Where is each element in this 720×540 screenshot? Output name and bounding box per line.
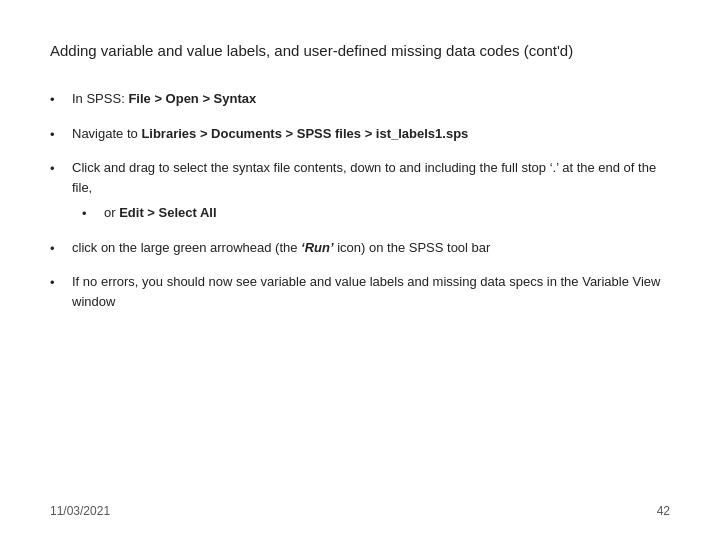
bold-text: File > Open > Syntax xyxy=(128,91,256,106)
bullet-content: Click and drag to select the syntax file… xyxy=(72,158,670,224)
bullet-dot: • xyxy=(82,204,98,224)
list-item: • click on the large green arrowhead (th… xyxy=(50,238,670,259)
sub-bullet-content: or Edit > Select All xyxy=(104,203,217,223)
bullet-content: In SPSS: File > Open > Syntax xyxy=(72,89,670,109)
sub-bullet-list: • or Edit > Select All xyxy=(82,203,670,224)
list-item: • or Edit > Select All xyxy=(82,203,670,224)
bold-text: Libraries > Documents > SPSS files > ist… xyxy=(141,126,468,141)
bullet-dot: • xyxy=(50,239,66,259)
slide: Adding variable and value labels, and us… xyxy=(0,0,720,540)
footer-page: 42 xyxy=(657,504,670,518)
bullet-dot: • xyxy=(50,273,66,293)
bullet-dot: • xyxy=(50,159,66,179)
bullet-dot: • xyxy=(50,125,66,145)
bold-text: Edit > Select All xyxy=(119,205,216,220)
slide-title: Adding variable and value labels, and us… xyxy=(50,40,670,61)
slide-footer: 11/03/2021 42 xyxy=(50,504,670,518)
list-item: • Navigate to Libraries > Documents > SP… xyxy=(50,124,670,145)
run-label: ‘Run’ xyxy=(301,240,334,255)
bullet-list: • In SPSS: File > Open > Syntax • Naviga… xyxy=(50,89,670,311)
bullet-content: click on the large green arrowhead (the … xyxy=(72,238,670,258)
list-item: • Click and drag to select the syntax fi… xyxy=(50,158,670,224)
list-item: • In SPSS: File > Open > Syntax xyxy=(50,89,670,110)
bullet-content: If no errors, you should now see variabl… xyxy=(72,272,670,311)
bullet-content: Navigate to Libraries > Documents > SPSS… xyxy=(72,124,670,144)
bullet-dot: • xyxy=(50,90,66,110)
footer-date: 11/03/2021 xyxy=(50,504,110,518)
list-item: • If no errors, you should now see varia… xyxy=(50,272,670,311)
